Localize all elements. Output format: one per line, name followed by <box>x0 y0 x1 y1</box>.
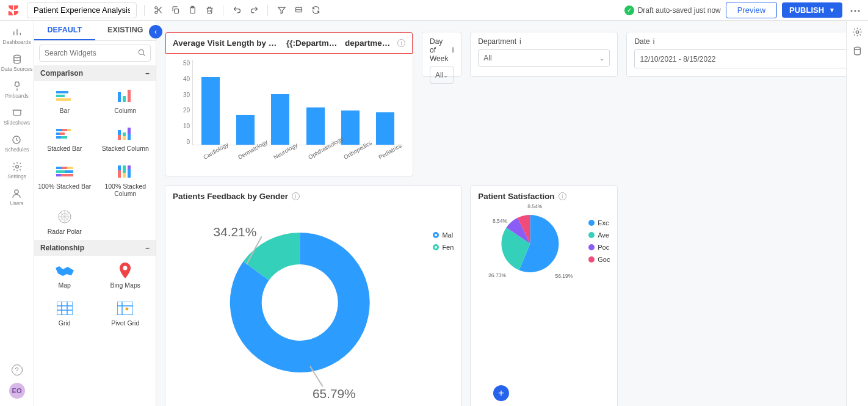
widget-avg-visit-length[interactable]: Average Visit Length by Depart… {{:Depar… <box>165 32 413 176</box>
svg-text:8.54%: 8.54% <box>528 203 543 209</box>
svg-point-9 <box>15 165 18 169</box>
add-widget-button[interactable]: + <box>493 385 509 401</box>
svg-rect-42 <box>128 165 131 169</box>
svg-rect-43 <box>128 169 131 178</box>
publish-button[interactable]: PUBLISH▼ <box>782 2 842 18</box>
svg-point-10 <box>15 190 18 194</box>
svg-rect-24 <box>61 136 67 139</box>
svg-point-6 <box>13 55 20 58</box>
chevron-down-icon: ⌄ <box>443 72 448 79</box>
refresh-icon[interactable] <box>309 4 322 16</box>
copy-icon[interactable] <box>169 4 181 16</box>
nav-schedules[interactable]: Schedules <box>5 134 29 153</box>
svg-rect-36 <box>56 174 61 176</box>
legend-item: Ave <box>588 231 610 239</box>
svg-rect-15 <box>118 92 121 102</box>
svg-rect-35 <box>65 170 73 173</box>
svg-rect-47 <box>57 302 73 315</box>
svg-point-57 <box>855 47 861 49</box>
tab-existing[interactable]: EXISTING <box>95 21 156 40</box>
chevron-down-icon: ⌄ <box>599 55 604 62</box>
avatar[interactable]: EO <box>9 383 25 399</box>
svg-rect-2 <box>174 9 178 13</box>
preview-button[interactable]: Preview <box>726 2 777 18</box>
info-icon[interactable]: i <box>397 39 405 47</box>
svg-rect-37 <box>61 174 73 176</box>
cut-icon[interactable] <box>152 4 164 16</box>
nav-rail: Dashboards Data Sources Pinboards Slides… <box>0 21 34 406</box>
legend-item: Poc <box>588 244 610 251</box>
filter-icon[interactable] <box>275 4 288 16</box>
widget-column[interactable]: Column <box>95 81 156 119</box>
more-icon[interactable]: ⋯ <box>847 4 863 17</box>
widget-100-stacked-column[interactable]: 100% Stacked Column <box>95 157 156 202</box>
redo-icon[interactable] <box>248 4 260 16</box>
svg-text:65.79%: 65.79% <box>313 386 356 401</box>
palette-section-comparison[interactable]: Comparison– <box>34 65 156 81</box>
info-icon[interactable]: i <box>452 46 454 54</box>
filter-date: Datei 12/10/2021 - 8/15/2022 <box>626 32 846 77</box>
delete-icon[interactable] <box>203 4 215 16</box>
legend-item: Mal <box>433 231 454 239</box>
filter-dayofweek: Day of Weeki All⌄ <box>422 32 461 77</box>
topbar: ✓ Draft auto-saved just now Preview PUBL… <box>0 0 868 21</box>
widget-stacked-bar[interactable]: Stacked Bar <box>34 119 95 157</box>
search-widgets-input[interactable] <box>39 45 151 62</box>
dashboard-canvas[interactable]: Day of Weeki All⌄ Departmenti All⌄ Datei… <box>156 21 846 406</box>
info-icon[interactable]: i <box>559 192 566 200</box>
dashboard-title-input[interactable] <box>27 2 137 18</box>
app-logo[interactable] <box>5 2 22 19</box>
svg-rect-28 <box>123 136 126 140</box>
svg-rect-12 <box>56 91 68 93</box>
widget-stacked-column[interactable]: Stacked Column <box>95 119 156 157</box>
nav-slideshows[interactable]: Slideshows <box>4 107 30 126</box>
svg-rect-31 <box>56 167 62 169</box>
widget-grid[interactable]: Grid <box>34 294 95 332</box>
widget-feedback-gender[interactable]: Patients Feedback by Genderi 34.21% 65.7… <box>165 185 461 406</box>
svg-rect-13 <box>56 95 65 97</box>
nav-datasources[interactable]: Data Sources <box>1 54 33 72</box>
info-icon[interactable]: i <box>653 37 655 46</box>
nav-users[interactable]: Users <box>10 188 23 206</box>
department-dropdown[interactable]: All⌄ <box>478 49 610 67</box>
collapse-panel-button[interactable]: ‹ <box>149 25 162 38</box>
svg-point-11 <box>139 49 143 54</box>
info-icon[interactable]: i <box>292 192 300 200</box>
svg-rect-32 <box>62 167 67 169</box>
undo-icon[interactable] <box>231 4 243 16</box>
svg-rect-25 <box>118 130 121 135</box>
nav-dashboards[interactable]: Dashboards <box>3 27 31 45</box>
widget-radar-polar[interactable]: Radar Polar <box>34 202 95 240</box>
theme-icon[interactable] <box>292 4 305 16</box>
properties-gear-icon[interactable] <box>852 27 863 37</box>
widget-100-stacked-bar[interactable]: 100% Stacked Bar <box>34 157 95 202</box>
svg-rect-7 <box>13 111 21 115</box>
widget-patient-satisfaction[interactable]: Patient Satisfactioni 8.54% 8.54% 26.73%… <box>470 185 618 406</box>
paste-icon[interactable] <box>186 4 198 16</box>
info-icon[interactable]: i <box>519 37 521 46</box>
help-icon[interactable]: ? <box>12 364 23 375</box>
check-icon: ✓ <box>624 5 634 15</box>
svg-text:56.19%: 56.19% <box>555 273 573 279</box>
legend-item: Exc <box>588 219 610 227</box>
widget-bar[interactable]: Bar <box>34 81 95 119</box>
legend-item: Fen <box>433 244 454 251</box>
dayofweek-dropdown[interactable]: All⌄ <box>430 67 454 84</box>
widget-pivot-grid[interactable]: Pivot Grid <box>95 294 156 332</box>
data-icon[interactable] <box>852 46 863 56</box>
svg-rect-17 <box>128 90 131 102</box>
widget-map[interactable]: Map <box>34 256 95 294</box>
svg-point-46 <box>123 266 128 270</box>
nav-settings[interactable]: Settings <box>7 161 26 179</box>
tab-default[interactable]: DEFAULT <box>34 21 95 40</box>
widget-bing-maps[interactable]: Bing Maps <box>95 256 156 294</box>
chevron-down-icon: ▼ <box>829 7 835 13</box>
svg-rect-26 <box>118 135 121 140</box>
filter-department: Departmenti All⌄ <box>470 32 618 77</box>
widget-palette: DEFAULT EXISTING ‹ Comparison– Bar Colum… <box>34 21 156 406</box>
pie-chart: 8.54% 8.54% 26.73% 56.19% <box>478 201 582 285</box>
bar-chart-visit: Consulting Time 50403020100CardiologyDer… <box>173 60 405 170</box>
palette-section-relationship[interactable]: Relationship– <box>34 240 156 256</box>
date-range-input[interactable]: 12/10/2021 - 8/15/2022 <box>634 49 846 68</box>
nav-pinboards[interactable]: Pinboards <box>5 81 28 99</box>
